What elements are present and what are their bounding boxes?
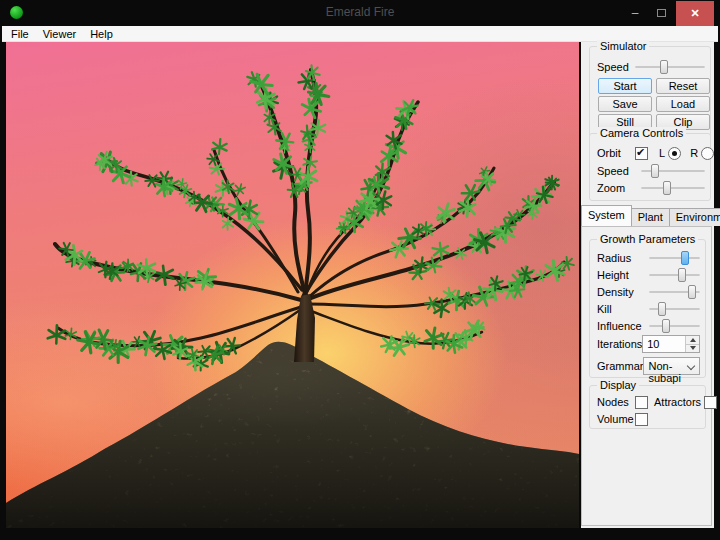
save-button[interactable]: Save (598, 96, 652, 112)
sim-speed-slider[interactable] (635, 59, 705, 75)
cam-speed-label: Speed (597, 165, 635, 177)
close-icon: ✕ (690, 7, 699, 20)
grammar-label: Grammar (597, 360, 643, 372)
height-thumb[interactable] (678, 268, 686, 282)
kill-thumb[interactable] (658, 302, 666, 316)
cam-speed-thumb[interactable] (651, 164, 659, 178)
density-label: Density (597, 286, 643, 298)
radius-slider[interactable] (649, 250, 700, 266)
arrow-up-icon (690, 338, 696, 342)
cam-right-label: R (690, 147, 698, 159)
density-thumb[interactable] (688, 285, 696, 299)
kill-label: Kill (597, 303, 643, 315)
radius-label: Radius (597, 252, 643, 264)
menu-help[interactable]: Help (83, 26, 120, 42)
cam-speed-slider[interactable] (641, 163, 705, 179)
display-group-label: Display (597, 379, 639, 391)
maximize-button[interactable] (648, 0, 674, 26)
camera-group: Camera Controls Orbit L R Speed Zoom (589, 133, 711, 201)
growth-group: Growth Parameters Radius Height Density (589, 239, 706, 378)
volume-label: Volume (597, 413, 635, 425)
cam-right-radio[interactable] (701, 147, 714, 160)
settings-tabbar: System Plant Environment (581, 206, 720, 226)
close-button[interactable]: ✕ (676, 1, 714, 26)
tab-plant[interactable]: Plant (631, 208, 670, 226)
influence-label: Influence (597, 320, 643, 332)
simulator-group-label: Simulator (597, 40, 649, 52)
height-label: Height (597, 269, 643, 281)
iterations-down-button[interactable] (686, 344, 699, 353)
load-button[interactable]: Load (656, 96, 710, 112)
start-button[interactable]: Start (598, 78, 652, 94)
cam-zoom-thumb[interactable] (663, 181, 671, 195)
minimize-icon: – (632, 6, 639, 20)
system-tab-pane: Growth Parameters Radius Height Density (581, 226, 712, 526)
growth-group-label: Growth Parameters (597, 233, 698, 245)
iterations-label: Iterations (597, 338, 642, 350)
window-title: Emerald Fire (0, 5, 720, 19)
titlebar[interactable]: Emerald Fire – ✕ (0, 0, 720, 26)
minimize-button[interactable]: – (622, 0, 648, 26)
tree (48, 64, 576, 372)
menu-file[interactable]: File (2, 26, 36, 42)
nodes-checkbox[interactable] (635, 396, 648, 409)
camera-group-label: Camera Controls (597, 127, 686, 139)
iterations-spinbox[interactable]: 10 (642, 335, 700, 353)
influence-thumb[interactable] (662, 319, 670, 333)
reset-button[interactable]: Reset (656, 78, 710, 94)
display-group: Display Nodes Attractors Volume (589, 385, 706, 429)
orbit-label: Orbit (597, 147, 635, 159)
cam-zoom-label: Zoom (597, 182, 635, 194)
nodes-label: Nodes (597, 396, 635, 408)
tab-system[interactable]: System (581, 205, 632, 226)
grammar-dropdown[interactable]: Non-subapi (643, 357, 700, 375)
iterations-up-button[interactable] (686, 336, 699, 344)
cam-left-label: L (659, 147, 665, 159)
cam-zoom-slider[interactable] (641, 180, 705, 196)
scene-svg (6, 42, 579, 528)
height-slider[interactable] (649, 267, 700, 283)
arrow-down-icon (690, 346, 696, 350)
orbit-checkbox[interactable] (635, 147, 648, 160)
attractors-checkbox[interactable] (704, 396, 717, 409)
cam-left-radio[interactable] (668, 147, 681, 160)
volume-checkbox[interactable] (635, 413, 648, 426)
iterations-value: 10 (647, 338, 659, 350)
render-viewport[interactable] (6, 42, 579, 528)
radius-thumb[interactable] (681, 251, 689, 265)
maximize-icon (657, 9, 666, 17)
menu-viewer[interactable]: Viewer (36, 26, 83, 42)
kill-slider[interactable] (649, 301, 700, 317)
tab-environment[interactable]: Environment (669, 208, 720, 226)
control-panel: Simulator Speed Start Reset Save Load St… (581, 42, 714, 528)
density-slider[interactable] (649, 284, 700, 300)
sim-speed-thumb[interactable] (660, 60, 668, 74)
sim-speed-label: Speed (597, 61, 629, 73)
hill (6, 317, 579, 528)
influence-slider[interactable] (649, 318, 700, 334)
attractors-label: Attractors (654, 396, 701, 408)
